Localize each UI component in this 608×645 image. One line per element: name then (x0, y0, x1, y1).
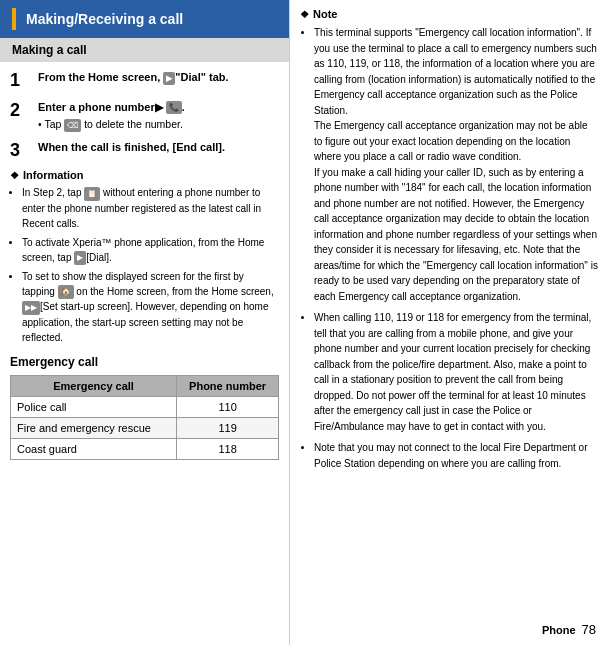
step-2-num: 2 (10, 100, 30, 122)
footer-label: Phone (542, 624, 576, 636)
emergency-row-3-number: 118 (177, 438, 279, 459)
information-title: Information (10, 169, 279, 181)
emergency-row-2-number: 119 (177, 417, 279, 438)
page-footer: Phone 78 (542, 622, 596, 637)
emergency-title: Emergency call (10, 355, 279, 369)
menu-icon: ▶▶ (22, 301, 40, 315)
page-number: 78 (582, 622, 596, 637)
emergency-row-2-name: Fire and emergency rescue (11, 417, 177, 438)
home-icon: ▶ (163, 72, 175, 85)
note-item-2: When calling 110, 119 or 118 for emergen… (314, 310, 598, 434)
emergency-table: Emergency call Phone number Police call … (10, 375, 279, 460)
emergency-row-3: Coast guard 118 (11, 438, 279, 459)
emergency-row-1-number: 110 (177, 396, 279, 417)
left-column: Making/Receiving a call Making a call 1 … (0, 0, 290, 645)
information-item-3: To set to show the displayed screen for … (22, 269, 279, 345)
information-item-2: To activate Xperia™ phone application, f… (22, 235, 279, 265)
step-1: 1 From the Home screen, ▶"Dial" tab. (10, 70, 279, 92)
note-item-3: Note that you may not connect to the loc… (314, 440, 598, 471)
phone-icon: 📞 (166, 101, 182, 114)
note-section: Note This terminal supports "Emergency c… (300, 8, 598, 471)
emergency-section: Emergency call Emergency call Phone numb… (10, 355, 279, 460)
information-item-1: In Step 2, tap 📋 without entering a phon… (22, 185, 279, 230)
left-content: 1 From the Home screen, ▶"Dial" tab. 2 E… (0, 62, 289, 468)
note-title: Note (300, 8, 598, 20)
information-list: In Step 2, tap 📋 without entering a phon… (10, 185, 279, 344)
step-1-text: From the Home screen, ▶"Dial" tab. (38, 70, 229, 85)
section-title: Making a call (0, 38, 289, 62)
right-column: Note This terminal supports "Emergency c… (290, 0, 608, 645)
step-3-num: 3 (10, 140, 30, 162)
step-3-text: When the call is finished, [End call]. (38, 140, 225, 155)
recent-icon: 📋 (84, 187, 100, 201)
page-header-title: Making/Receiving a call (26, 11, 183, 27)
step-2: 2 Enter a phone number▶ 📞. • Tap ⌫ to de… (10, 100, 279, 132)
emergency-col-header-1: Emergency call (11, 375, 177, 396)
emergency-col-header-2: Phone number (177, 375, 279, 396)
home-icon2: 🏠 (58, 285, 74, 299)
emergency-row-2: Fire and emergency rescue 119 (11, 417, 279, 438)
accent-bar (12, 8, 16, 30)
emergency-row-1-name: Police call (11, 396, 177, 417)
note-item-1: This terminal supports "Emergency call l… (314, 25, 598, 304)
emergency-row-1: Police call 110 (11, 396, 279, 417)
delete-icon: ⌫ (64, 119, 81, 132)
emergency-row-3-name: Coast guard (11, 438, 177, 459)
page-header: Making/Receiving a call (0, 0, 289, 38)
step-1-num: 1 (10, 70, 30, 92)
dial-icon: ▶ (74, 251, 86, 265)
step-2-sub: • Tap ⌫ to delete the number. (38, 117, 185, 132)
note-list: This terminal supports "Emergency call l… (300, 25, 598, 471)
information-section: Information In Step 2, tap 📋 without ent… (10, 169, 279, 344)
step-3: 3 When the call is finished, [End call]. (10, 140, 279, 162)
step-2-text: Enter a phone number▶ 📞. • Tap ⌫ to dele… (38, 100, 185, 132)
